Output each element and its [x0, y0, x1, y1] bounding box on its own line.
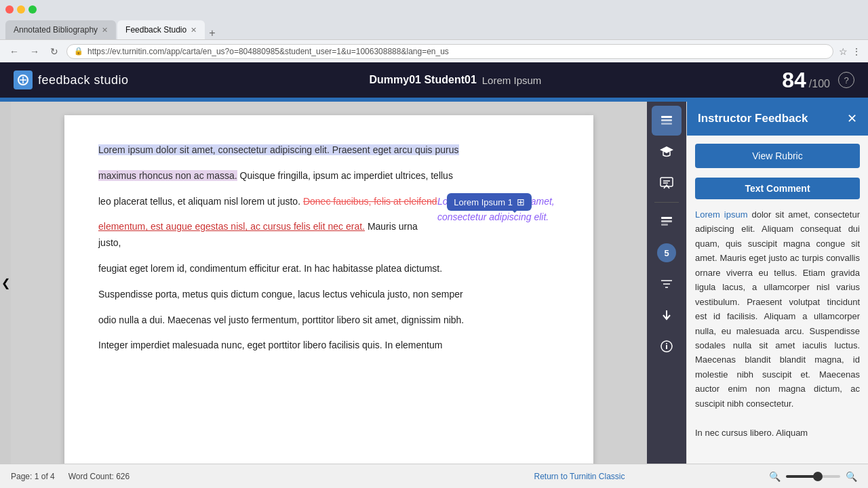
- logo-icon: [14, 70, 33, 89]
- layers-tool-button[interactable]: [652, 106, 682, 136]
- document-paper: Lorem ipsum dolor sit amet, consectetur …: [64, 115, 593, 464]
- feedback-panel-content: View Rubric Text Comment Lorem ipsum dol…: [687, 136, 868, 464]
- address-bar-input[interactable]: 🔒 https://ev.turnitin.com/app/carta/en_u…: [66, 44, 833, 59]
- forward-button[interactable]: →: [27, 45, 42, 58]
- return-to-turnitin-link[interactable]: Return to Turnitin Classic: [534, 472, 625, 481]
- page-info: Page: 1 of 4: [11, 472, 55, 481]
- svg-rect-2: [661, 119, 672, 121]
- svg-marker-4: [660, 146, 673, 153]
- left-panel-handle: ❮: [1, 277, 10, 289]
- logo-area: feedback studio: [14, 70, 129, 89]
- text-normal-6: Suspendisse porta, metus quis dictum con…: [98, 289, 463, 300]
- feedback-panel: Instructor Feedback ✕ View Rubric Text C…: [686, 102, 868, 464]
- new-tab-button[interactable]: +: [206, 27, 218, 39]
- status-center: Return to Turnitin Classic: [390, 472, 769, 481]
- back-button[interactable]: ←: [7, 45, 22, 58]
- text-normal-7: odio nulla a dui. Maecenas vel justo fer…: [98, 314, 464, 325]
- window-maximize[interactable]: [28, 5, 37, 14]
- tab-annotated-bibliography[interactable]: Annotated Bibliography ✕: [5, 20, 116, 39]
- assignment-name: Lorem Ipsum: [482, 75, 542, 86]
- secure-icon: 🔒: [74, 47, 83, 56]
- paragraph-5: feugiat eget lorem id, condimentum effic…: [98, 261, 559, 277]
- comment-tool-button[interactable]: [652, 168, 682, 198]
- tab-close-feedback[interactable]: ✕: [191, 26, 197, 35]
- status-bar: Page: 1 of 4 Word Count: 626 Return to T…: [0, 464, 868, 488]
- filter-tool-button[interactable]: [652, 269, 682, 299]
- bookmark-icon[interactable]: ☆: [839, 46, 848, 57]
- zoom-out-icon[interactable]: 🔍: [769, 471, 781, 482]
- tab-label-active: Feedback Studio: [125, 25, 186, 35]
- svg-rect-9: [661, 220, 672, 222]
- arrow-down-tool-button[interactable]: [652, 300, 682, 330]
- comment-highlight: Lorem ipsum: [695, 209, 748, 220]
- help-button[interactable]: ?: [838, 72, 854, 88]
- text-highlight-blue-1: Lorem ipsum dolor sit amet, consectetur …: [98, 144, 459, 155]
- score-tool-button[interactable]: 5: [652, 238, 682, 268]
- text-normal-8: Integer imperdiet malesuada nunc, eget p…: [98, 340, 442, 350]
- text-strikethrough-1: Donec faucibus, felis at eleifend: [303, 196, 437, 207]
- svg-rect-1: [661, 116, 672, 118]
- text-underline-red-1: elementum, est augue egestas nisl, ac cu…: [98, 221, 365, 232]
- paragraph-1: Lorem ipsum dolor sit amet, consectetur …: [98, 142, 559, 159]
- score-max: /100: [809, 78, 830, 90]
- comment-body: dolor sit amet, consectetur adipiscing e…: [695, 209, 860, 409]
- svg-point-16: [666, 343, 667, 344]
- score-display: 84 /100: [782, 68, 830, 93]
- view-rubric-button[interactable]: View Rubric: [695, 144, 860, 168]
- zoom-slider[interactable]: [786, 475, 840, 478]
- main-area: ❮ Lorem Ipsum 1 ⊞ Lorem ipsum dolor sit …: [0, 102, 868, 464]
- svg-rect-8: [661, 217, 672, 219]
- paragraph-7: odio nulla a dui. Maecenas vel justo fer…: [98, 312, 559, 329]
- graduation-tool-button[interactable]: [652, 137, 682, 167]
- zoom-in-icon[interactable]: 🔍: [846, 471, 857, 482]
- app-title: feedback studio: [38, 73, 129, 87]
- svg-rect-10: [661, 224, 668, 226]
- tooltip-badge[interactable]: Lorem Ipsum 1 ⊞: [447, 193, 532, 211]
- window-minimize[interactable]: [17, 5, 25, 14]
- feedback-panel-title: Instructor Feedback: [698, 112, 808, 125]
- tab-feedback-studio[interactable]: Feedback Studio ✕: [117, 20, 205, 39]
- tooltip-label: Lorem Ipsum 1: [454, 197, 513, 207]
- header-center: Dummy01 Student01 Lorem Ipsum: [129, 74, 783, 86]
- svg-rect-3: [661, 123, 672, 125]
- score-badge: 5: [657, 243, 676, 262]
- text-comment-header: Text Comment: [695, 178, 860, 199]
- extensions-icon[interactable]: ⋮: [852, 46, 861, 57]
- tab-close-annotated[interactable]: ✕: [102, 26, 108, 35]
- paragraph-6: Suspendisse porta, metus quis dictum con…: [98, 287, 559, 303]
- feedback-panel-header: Instructor Feedback ✕: [687, 102, 868, 136]
- text-normal-5: feugiat eget lorem id, condimentum effic…: [98, 263, 442, 274]
- badge-grid-icon: ⊞: [517, 197, 525, 207]
- paragraph-2: maximus rhoncus non ac massa. Quisque fr…: [98, 168, 559, 184]
- tab-label: Annotated Bibliography: [14, 25, 98, 35]
- left-panel-toggle[interactable]: ❮: [0, 102, 11, 464]
- feedback-panel-close[interactable]: ✕: [847, 111, 857, 126]
- paragraph-8: Integer imperdiet malesuada nunc, eget p…: [98, 338, 559, 354]
- comment-text: Lorem ipsum dolor sit amet, consectetur …: [695, 207, 860, 440]
- status-right: 🔍 🔍: [769, 471, 857, 482]
- info-tool-button[interactable]: [652, 331, 682, 361]
- app-header: feedback studio Dummy01 Student01 Lorem …: [0, 62, 868, 98]
- layers2-tool-button[interactable]: [652, 207, 682, 237]
- doc-area: Lorem Ipsum 1 ⊞ Lorem ipsum dolor sit am…: [11, 102, 647, 464]
- word-count: Word Count: 626: [68, 472, 130, 481]
- text-normal-2: Quisque fringilla, ipsum ac imperdiet ul…: [240, 170, 453, 181]
- text-highlight-purple-1: maximus rhoncus non ac massa.: [98, 170, 237, 181]
- score-value: 84: [782, 68, 806, 93]
- header-right: 84 /100 ?: [782, 68, 854, 93]
- status-left: Page: 1 of 4 Word Count: 626: [11, 472, 390, 481]
- text-normal-3a: leo placerat tellus, et aliquam nisl lor…: [98, 196, 303, 207]
- right-tools: 5: [647, 102, 686, 464]
- student-name: Dummy01 Student01: [370, 74, 477, 86]
- tool-separator-1: [654, 202, 679, 203]
- comment-body-2: In nec cursus libero. Aliquam: [695, 428, 808, 438]
- window-close[interactable]: [5, 5, 14, 14]
- reload-button[interactable]: ↻: [47, 45, 61, 58]
- address-text: https://ev.turnitin.com/app/carta/en_us?…: [87, 47, 449, 56]
